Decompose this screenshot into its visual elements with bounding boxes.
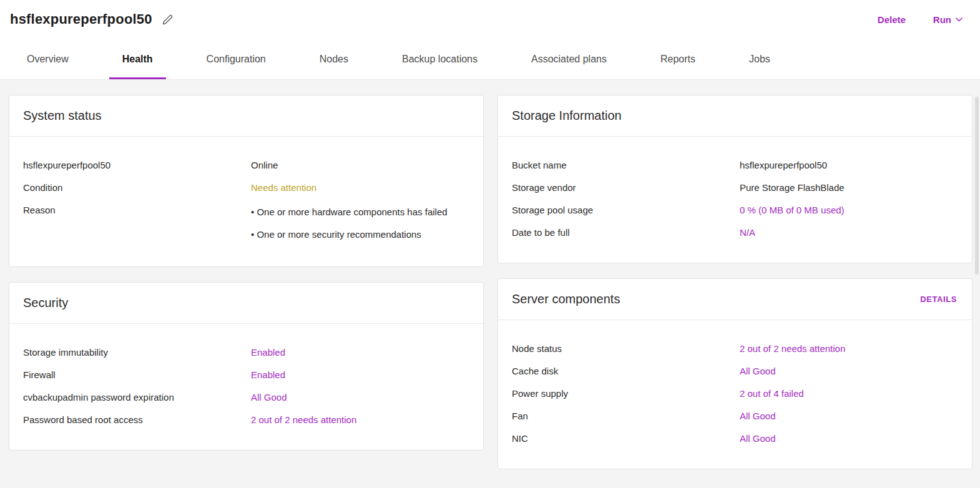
card-title: Server components [512, 292, 620, 306]
row-label: hsflexpureperfpool50 [23, 159, 251, 172]
details-link[interactable]: DETAILS [920, 295, 957, 304]
tab-associated-plans[interactable]: Associated plans [504, 39, 634, 79]
row-value: • One or more hardware components has fa… [251, 204, 457, 243]
row-storage-vendor: Storage vendor Pure Storage FlashBlade [512, 177, 957, 199]
row-label: Storage immutability [23, 346, 251, 359]
row-cvbackupadmin-password-expiration: cvbackupadmin password expiration All Go… [23, 386, 468, 409]
main-content: System status hsflexpureperfpool50 Onlin… [0, 80, 980, 469]
row-value[interactable]: 0 % (0 MB of 0 MB used) [740, 204, 957, 217]
row-storage-immutability: Storage immutability Enabled [23, 341, 468, 364]
tab-overview[interactable]: Overview [0, 39, 96, 79]
row-value: Online [251, 159, 468, 172]
row-label: Node status [512, 343, 740, 355]
tab-jobs[interactable]: Jobs [722, 39, 797, 79]
row-value[interactable]: 2 out of 2 needs attention [740, 343, 957, 355]
edit-title-button[interactable] [162, 14, 173, 25]
card-title: System status [23, 109, 102, 123]
row-node-status: Node status 2 out of 2 needs attention [512, 338, 957, 360]
row-value[interactable]: All Good [740, 365, 957, 378]
tab-bar: Overview Health Configuration Nodes Back… [0, 39, 980, 80]
row-label: Condition [23, 182, 251, 194]
row-value[interactable]: All Good [740, 432, 957, 445]
row-label: NIC [512, 432, 740, 445]
card-title: Storage Information [512, 109, 622, 123]
row-value[interactable]: All Good [740, 410, 957, 422]
reason-bullet: • One or more hardware components has fa… [251, 204, 457, 220]
delete-button[interactable]: Delete [878, 14, 906, 25]
reason-bullet: • One or more security recommendations [251, 227, 457, 243]
row-label: Fan [512, 410, 740, 422]
tab-backup-locations[interactable]: Backup locations [375, 39, 504, 79]
page-title: hsflexpureperfpool50 [10, 11, 152, 27]
security-card: Security Storage immutability Enabled Fi… [9, 282, 484, 451]
row-label: Reason [23, 204, 251, 243]
row-value: hsflexpureperfpool50 [740, 159, 957, 172]
right-column: Storage Information Bucket name hsflexpu… [497, 95, 973, 469]
storage-information-card: Storage Information Bucket name hsflexpu… [497, 95, 973, 263]
row-label: Storage vendor [512, 182, 740, 194]
row-value[interactable]: All Good [251, 391, 468, 404]
tab-configuration[interactable]: Configuration [180, 39, 293, 79]
row-value[interactable]: N/A [740, 227, 957, 239]
row-fan: Fan All Good [512, 405, 957, 427]
row-nic: NIC All Good [512, 427, 957, 450]
row-date-to-be-full: Date to be full N/A [512, 222, 957, 244]
tab-reports[interactable]: Reports [634, 39, 722, 79]
row-reason: Reason • One or more hardware components… [23, 199, 468, 248]
row-bucket-name: Bucket name hsflexpureperfpool50 [512, 154, 957, 177]
row-value: Pure Storage FlashBlade [740, 182, 957, 194]
row-condition: Condition Needs attention [23, 177, 468, 199]
run-button[interactable]: Run [933, 14, 963, 25]
server-components-card: Server components DETAILS Node status 2 … [497, 278, 973, 469]
row-cache-disk: Cache disk All Good [512, 360, 957, 383]
row-label: Password based root access [23, 414, 251, 426]
row-power-supply: Power supply 2 out of 4 failed [512, 383, 957, 405]
row-password-based-root-access: Password based root access 2 out of 2 ne… [23, 409, 468, 431]
left-column: System status hsflexpureperfpool50 Onlin… [9, 95, 484, 451]
tab-nodes[interactable]: Nodes [293, 39, 375, 79]
row-label: cvbackupadmin password expiration [23, 391, 251, 404]
card-title: Security [23, 296, 68, 310]
row-label: Cache disk [512, 365, 740, 378]
row-label: Power supply [512, 388, 740, 400]
row-value[interactable]: Enabled [251, 369, 468, 381]
row-label: Date to be full [512, 227, 740, 239]
run-button-label: Run [933, 14, 951, 25]
vertical-scrollbar[interactable] [975, 97, 979, 275]
row-label: Firewall [23, 369, 251, 381]
chevron-down-icon [956, 17, 963, 22]
system-status-card: System status hsflexpureperfpool50 Onlin… [9, 95, 484, 267]
row-label: Storage pool usage [512, 204, 740, 217]
row-value: Needs attention [251, 182, 468, 194]
row-value[interactable]: 2 out of 4 failed [740, 388, 957, 400]
row-storage-pool-usage: Storage pool usage 0 % (0 MB of 0 MB use… [512, 199, 957, 222]
pencil-icon [162, 14, 173, 25]
row-value[interactable]: Enabled [251, 346, 468, 359]
row-pool-status: hsflexpureperfpool50 Online [23, 154, 468, 177]
row-label: Bucket name [512, 159, 740, 172]
row-firewall: Firewall Enabled [23, 364, 468, 386]
top-bar: hsflexpureperfpool50 Delete Run [0, 0, 980, 39]
row-value[interactable]: 2 out of 2 needs attention [251, 414, 468, 426]
tab-health[interactable]: Health [96, 39, 180, 79]
